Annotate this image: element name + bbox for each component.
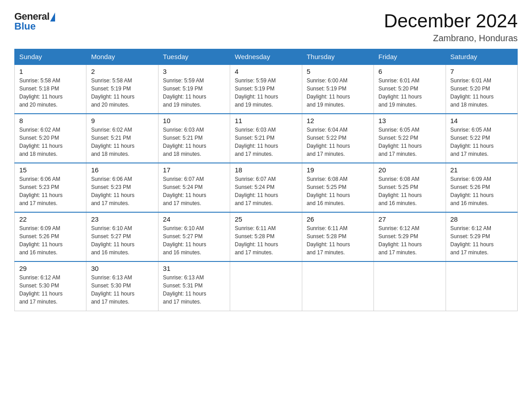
- day-number: 23: [91, 215, 153, 223]
- logo-blue-text: Blue: [14, 21, 36, 32]
- calendar-cell: 19Sunrise: 6:08 AMSunset: 5:25 PMDayligh…: [302, 163, 373, 212]
- day-header-monday: Monday: [86, 49, 158, 65]
- calendar-cell: 4Sunrise: 5:59 AMSunset: 5:19 PMDaylight…: [230, 64, 302, 114]
- day-number: 24: [163, 215, 225, 223]
- calendar-cell: 10Sunrise: 6:03 AMSunset: 5:21 PMDayligh…: [158, 114, 230, 163]
- calendar-cell: 9Sunrise: 6:02 AMSunset: 5:21 PMDaylight…: [86, 114, 158, 163]
- week-row-3: 15Sunrise: 6:06 AMSunset: 5:23 PMDayligh…: [15, 163, 518, 212]
- calendar-cell: 24Sunrise: 6:10 AMSunset: 5:27 PMDayligh…: [158, 212, 230, 261]
- day-info: Sunrise: 6:05 AMSunset: 5:22 PMDaylight:…: [450, 126, 513, 158]
- day-header-saturday: Saturday: [446, 49, 517, 65]
- day-info: Sunrise: 6:11 AMSunset: 5:28 PMDaylight:…: [235, 224, 297, 257]
- week-row-2: 8Sunrise: 6:02 AMSunset: 5:20 PMDaylight…: [15, 114, 518, 163]
- day-header-sunday: Sunday: [15, 49, 86, 65]
- day-info: Sunrise: 6:09 AMSunset: 5:26 PMDaylight:…: [450, 175, 513, 207]
- day-info: Sunrise: 6:08 AMSunset: 5:25 PMDaylight:…: [378, 175, 441, 207]
- day-number: 16: [91, 166, 153, 174]
- day-info: Sunrise: 6:06 AMSunset: 5:23 PMDaylight:…: [91, 175, 153, 207]
- week-row-1: 1Sunrise: 5:58 AMSunset: 5:18 PMDaylight…: [15, 64, 518, 114]
- day-header-wednesday: Wednesday: [230, 49, 302, 65]
- day-number: 1: [19, 68, 82, 75]
- calendar-cell: 2Sunrise: 5:58 AMSunset: 5:19 PMDaylight…: [86, 64, 158, 114]
- calendar-cell: 5Sunrise: 6:00 AMSunset: 5:19 PMDaylight…: [302, 64, 373, 114]
- day-number: 9: [91, 117, 153, 124]
- day-info: Sunrise: 6:10 AMSunset: 5:27 PMDaylight:…: [163, 224, 225, 257]
- day-number: 15: [19, 166, 82, 174]
- day-info: Sunrise: 6:12 AMSunset: 5:29 PMDaylight:…: [378, 224, 441, 257]
- day-number: 22: [19, 215, 82, 223]
- title-block: December 2024 Zambrano, Honduras: [384, 11, 518, 43]
- day-number: 21: [450, 166, 513, 174]
- calendar-title: December 2024: [384, 11, 518, 31]
- day-number: 7: [450, 68, 513, 75]
- calendar-cell: [230, 261, 302, 311]
- day-number: 19: [307, 166, 369, 174]
- day-number: 25: [235, 215, 297, 223]
- calendar-cell: 26Sunrise: 6:11 AMSunset: 5:28 PMDayligh…: [302, 212, 373, 261]
- logo-triangle-icon: [50, 13, 55, 21]
- day-info: Sunrise: 6:12 AMSunset: 5:30 PMDaylight:…: [19, 274, 82, 306]
- calendar-cell: 7Sunrise: 6:01 AMSunset: 5:20 PMDaylight…: [446, 64, 517, 114]
- calendar-cell: 13Sunrise: 6:05 AMSunset: 5:22 PMDayligh…: [374, 114, 446, 163]
- day-info: Sunrise: 6:02 AMSunset: 5:20 PMDaylight:…: [19, 126, 82, 158]
- day-header-friday: Friday: [374, 49, 446, 65]
- calendar-cell: [302, 261, 373, 311]
- days-header-row: SundayMondayTuesdayWednesdayThursdayFrid…: [15, 49, 518, 65]
- day-number: 4: [235, 68, 297, 75]
- day-number: 6: [378, 68, 441, 75]
- day-number: 11: [235, 117, 297, 124]
- day-number: 30: [91, 265, 153, 272]
- day-number: 27: [378, 215, 441, 223]
- calendar-cell: [446, 261, 517, 311]
- day-number: 13: [378, 117, 441, 124]
- calendar-subtitle: Zambrano, Honduras: [384, 33, 518, 43]
- day-number: 20: [378, 166, 441, 174]
- calendar-cell: 17Sunrise: 6:07 AMSunset: 5:24 PMDayligh…: [158, 163, 230, 212]
- calendar-cell: 6Sunrise: 6:01 AMSunset: 5:20 PMDaylight…: [374, 64, 446, 114]
- day-info: Sunrise: 6:00 AMSunset: 5:19 PMDaylight:…: [307, 77, 369, 109]
- day-info: Sunrise: 6:12 AMSunset: 5:29 PMDaylight:…: [450, 224, 513, 257]
- day-info: Sunrise: 6:11 AMSunset: 5:28 PMDaylight:…: [307, 224, 369, 257]
- day-number: 29: [19, 265, 82, 272]
- day-number: 18: [235, 166, 297, 174]
- calendar-cell: 20Sunrise: 6:08 AMSunset: 5:25 PMDayligh…: [374, 163, 446, 212]
- day-info: Sunrise: 6:03 AMSunset: 5:21 PMDaylight:…: [163, 126, 225, 158]
- calendar-cell: 28Sunrise: 6:12 AMSunset: 5:29 PMDayligh…: [446, 212, 517, 261]
- logo: General Blue: [14, 11, 55, 32]
- calendar-cell: 14Sunrise: 6:05 AMSunset: 5:22 PMDayligh…: [446, 114, 517, 163]
- page-header: General Blue December 2024 Zambrano, Hon…: [14, 11, 518, 43]
- calendar-cell: [374, 261, 446, 311]
- day-number: 3: [163, 68, 225, 75]
- calendar-cell: 23Sunrise: 6:10 AMSunset: 5:27 PMDayligh…: [86, 212, 158, 261]
- calendar-cell: 27Sunrise: 6:12 AMSunset: 5:29 PMDayligh…: [374, 212, 446, 261]
- day-number: 8: [19, 117, 82, 124]
- day-number: 5: [307, 68, 369, 75]
- day-number: 28: [450, 215, 513, 223]
- day-number: 12: [307, 117, 369, 124]
- calendar-cell: 18Sunrise: 6:07 AMSunset: 5:24 PMDayligh…: [230, 163, 302, 212]
- calendar-cell: 1Sunrise: 5:58 AMSunset: 5:18 PMDaylight…: [15, 64, 86, 114]
- day-info: Sunrise: 6:13 AMSunset: 5:31 PMDaylight:…: [163, 274, 225, 306]
- calendar-cell: 11Sunrise: 6:03 AMSunset: 5:21 PMDayligh…: [230, 114, 302, 163]
- day-info: Sunrise: 5:59 AMSunset: 5:19 PMDaylight:…: [163, 77, 225, 109]
- calendar-cell: 12Sunrise: 6:04 AMSunset: 5:22 PMDayligh…: [302, 114, 373, 163]
- calendar-cell: 15Sunrise: 6:06 AMSunset: 5:23 PMDayligh…: [15, 163, 86, 212]
- day-info: Sunrise: 6:07 AMSunset: 5:24 PMDaylight:…: [163, 175, 225, 207]
- day-number: 26: [307, 215, 369, 223]
- day-info: Sunrise: 6:01 AMSunset: 5:20 PMDaylight:…: [450, 77, 513, 109]
- calendar-cell: 31Sunrise: 6:13 AMSunset: 5:31 PMDayligh…: [158, 261, 230, 311]
- day-info: Sunrise: 6:06 AMSunset: 5:23 PMDaylight:…: [19, 175, 82, 207]
- day-info: Sunrise: 6:08 AMSunset: 5:25 PMDaylight:…: [307, 175, 369, 207]
- week-row-5: 29Sunrise: 6:12 AMSunset: 5:30 PMDayligh…: [15, 261, 518, 311]
- day-header-thursday: Thursday: [302, 49, 373, 65]
- day-header-tuesday: Tuesday: [158, 49, 230, 65]
- calendar-cell: 22Sunrise: 6:09 AMSunset: 5:26 PMDayligh…: [15, 212, 86, 261]
- day-info: Sunrise: 5:58 AMSunset: 5:19 PMDaylight:…: [91, 77, 153, 109]
- calendar-cell: 8Sunrise: 6:02 AMSunset: 5:20 PMDaylight…: [15, 114, 86, 163]
- day-info: Sunrise: 6:10 AMSunset: 5:27 PMDaylight:…: [91, 224, 153, 257]
- day-info: Sunrise: 5:59 AMSunset: 5:19 PMDaylight:…: [235, 77, 297, 109]
- calendar-cell: 21Sunrise: 6:09 AMSunset: 5:26 PMDayligh…: [446, 163, 517, 212]
- day-info: Sunrise: 6:01 AMSunset: 5:20 PMDaylight:…: [378, 77, 441, 109]
- calendar-cell: 29Sunrise: 6:12 AMSunset: 5:30 PMDayligh…: [15, 261, 86, 311]
- week-row-4: 22Sunrise: 6:09 AMSunset: 5:26 PMDayligh…: [15, 212, 518, 261]
